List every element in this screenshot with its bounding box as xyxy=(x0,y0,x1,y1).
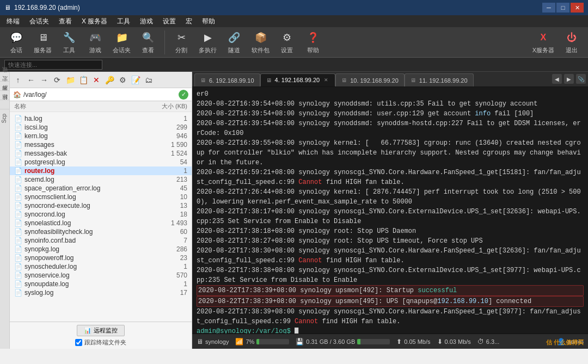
tab-4-label: 11. 192.168.99.20 xyxy=(419,77,468,84)
list-item[interactable]: 📄 router.log 1 xyxy=(10,166,192,175)
menu-xserver[interactable]: X 服务器 xyxy=(77,16,112,27)
file-icon: 📄 xyxy=(14,245,22,253)
file-size: 1 493 xyxy=(149,219,187,227)
file-icon: 📄 xyxy=(14,263,22,270)
new-folder-button[interactable]: 📁 xyxy=(64,74,76,86)
status-bar-right: 👤 admin xyxy=(557,338,584,346)
side-nav-item-1[interactable]: 收藏 xyxy=(0,72,9,81)
user-icon: 👤 xyxy=(557,338,565,346)
left-bottom: 📊 远程监控 跟踪终端文件夹 xyxy=(10,322,192,349)
menu-tools[interactable]: 工具 xyxy=(113,16,134,27)
list-item[interactable]: 📄 ha.log 1 xyxy=(10,114,192,123)
tab-3[interactable]: 🖥 10. 192.168.99.20 xyxy=(335,73,405,87)
delete-button[interactable]: ✕ xyxy=(90,74,102,86)
file-icon: 📄 xyxy=(14,124,22,131)
tab-2-close[interactable]: ✕ xyxy=(323,77,329,83)
list-item[interactable]: 📄 iscsi.log 299 xyxy=(10,123,192,132)
close-button[interactable]: ✕ xyxy=(571,3,584,13)
tab-scroll-right[interactable]: ▶ xyxy=(564,74,574,84)
list-item[interactable]: 📄 messages-bak 1 524 xyxy=(10,149,192,158)
status-time: ⏱ 6.3... xyxy=(477,338,499,346)
tab-scroll-left[interactable]: ◀ xyxy=(552,74,562,84)
toolbar-session[interactable]: 💬 会话 xyxy=(4,28,28,57)
menu-view[interactable]: 查看 xyxy=(54,16,76,27)
toolbar-xserver[interactable]: X X服务器 xyxy=(529,28,558,57)
menu-terminal[interactable]: 终端 xyxy=(2,16,24,27)
file-name: iscsi.log xyxy=(24,124,149,131)
nav-forward-button[interactable]: → xyxy=(38,74,50,86)
multiexec-icon: ▶ xyxy=(200,30,216,45)
toolbar-games[interactable]: 🎮 游戏 xyxy=(83,28,107,57)
edit-button[interactable]: 📝 xyxy=(130,74,142,86)
toolbar-tunnel[interactable]: 🔗 隧道 xyxy=(222,28,246,57)
remote-monitor-button[interactable]: 📊 远程监控 xyxy=(77,325,125,336)
menu-help[interactable]: 帮助 xyxy=(198,16,219,27)
file-name: synocmsclient.log xyxy=(24,193,149,201)
list-item[interactable]: 📄 kern.log 946 xyxy=(10,132,192,140)
properties-button[interactable]: ⚙ xyxy=(117,74,128,86)
list-item[interactable]: 📄 synopoweroff.log 23 xyxy=(10,254,192,262)
list-item[interactable]: 📄 synoelasticd.log 1 493 xyxy=(10,219,192,227)
permissions-button[interactable]: 🔑 xyxy=(103,74,115,86)
list-item[interactable]: 📄 synopkg.log 286 xyxy=(10,245,192,254)
nav-up-button[interactable]: ↑ xyxy=(12,74,24,86)
minimize-button[interactable]: ─ xyxy=(542,3,555,13)
toolbar-exit[interactable]: ⏻ 退出 xyxy=(560,28,584,57)
transfer-button[interactable]: 🗂 xyxy=(143,74,155,86)
host-icon: 🖥 xyxy=(197,338,203,346)
list-item[interactable]: 📄 syslog.log 17 xyxy=(10,288,192,297)
side-nav-item-2[interactable]: 宏 xyxy=(0,81,9,90)
tab-2-label: 4. 192.168.99.20 xyxy=(275,77,320,83)
refresh-button[interactable]: ⟳ xyxy=(51,74,63,86)
menu-settings[interactable]: 设置 xyxy=(158,16,180,27)
nav-back-button[interactable]: ← xyxy=(25,74,37,86)
toolbar-help[interactable]: ❓ 帮助 xyxy=(301,28,325,57)
toolbar-tools[interactable]: 🔧 工具 xyxy=(57,28,81,57)
toolbar-multiexec[interactable]: ▶ 多执行 xyxy=(195,28,220,57)
tab-2[interactable]: 🖥 4. 192.168.99.20 ✕ xyxy=(260,73,336,87)
file-icon: 📄 xyxy=(14,184,22,192)
packages-icon: 📦 xyxy=(253,30,268,45)
tab-bar: 🖥 6. 192.168.99.10 🖥 4. 192.168.99.20 ✕ … xyxy=(192,72,588,87)
toolbar-settings[interactable]: ⚙ 设置 xyxy=(275,28,299,57)
side-nav-item-3[interactable]: 脚本 xyxy=(0,90,9,100)
file-size: 1 590 xyxy=(149,141,187,149)
menu-games[interactable]: 游戏 xyxy=(136,16,157,27)
maximize-button[interactable]: □ xyxy=(556,3,569,13)
left-toolbar: ↑ ← → ⟳ 📁 📋 ✕ 🔑 ⚙ 📝 🗂 xyxy=(10,72,192,88)
side-nav-item-5[interactable]: Scp xyxy=(0,109,9,127)
file-size: 10 xyxy=(149,193,187,201)
tab-4[interactable]: 🖥 11. 192.168.99.20 xyxy=(405,73,474,87)
status-cpu-text: 7% xyxy=(246,338,254,345)
path-input[interactable] xyxy=(23,91,176,98)
list-item[interactable]: 📄 messages 1 590 xyxy=(10,140,192,149)
tab-1[interactable]: 🖥 6. 192.168.99.10 xyxy=(194,73,260,87)
list-item[interactable]: 📄 synofeasibilitycheck.log 60 xyxy=(10,227,192,236)
menu-macros[interactable]: 宏 xyxy=(181,16,197,27)
toolbar-session-folder[interactable]: 📁 会话夹 xyxy=(109,28,134,57)
games-icon: 🎮 xyxy=(88,30,103,45)
copy-button[interactable]: 📋 xyxy=(77,74,89,86)
file-icon: 📄 xyxy=(14,150,22,157)
list-item[interactable]: 📄 space_operation_error.log 45 xyxy=(10,184,192,193)
file-name: synopoweroff.log xyxy=(24,254,149,262)
list-item[interactable]: 📄 synocrond-execute.log 13 xyxy=(10,201,192,210)
track-terminal-checkbox[interactable] xyxy=(75,339,82,346)
toolbar-split[interactable]: ✂ 分割 xyxy=(169,28,193,57)
list-item[interactable]: 📄 postgresql.log 54 xyxy=(10,158,192,166)
side-nav-item-4[interactable]: 标注 xyxy=(0,100,9,109)
list-item[interactable]: 📄 synocmsclient.log 10 xyxy=(10,193,192,201)
list-item[interactable]: 📄 synoservice.log 570 xyxy=(10,271,192,280)
toolbar-view[interactable]: 🔍 查看 xyxy=(136,28,160,57)
list-item[interactable]: 📄 synocrond.log 18 xyxy=(10,210,192,219)
tab-attachment[interactable]: 📎 xyxy=(576,74,586,84)
list-item[interactable]: 📄 synoupdate.log 1 xyxy=(10,280,192,288)
list-item[interactable]: 📄 scemd.log 213 xyxy=(10,175,192,184)
list-item[interactable]: 📄 synoscheduler.log 1 xyxy=(10,262,192,271)
list-item[interactable]: 📄 synoinfo.conf.bad 7 xyxy=(10,236,192,245)
menu-session-folder[interactable]: 会话夹 xyxy=(25,16,53,27)
quickconnect-input[interactable] xyxy=(4,60,102,70)
toolbar-server[interactable]: 🖥 服务器 xyxy=(30,28,55,57)
terminal[interactable]: er0 2020-08-22T16:39:54+08:00 synology s… xyxy=(192,87,588,334)
toolbar-packages[interactable]: 📦 软件包 xyxy=(248,28,273,57)
